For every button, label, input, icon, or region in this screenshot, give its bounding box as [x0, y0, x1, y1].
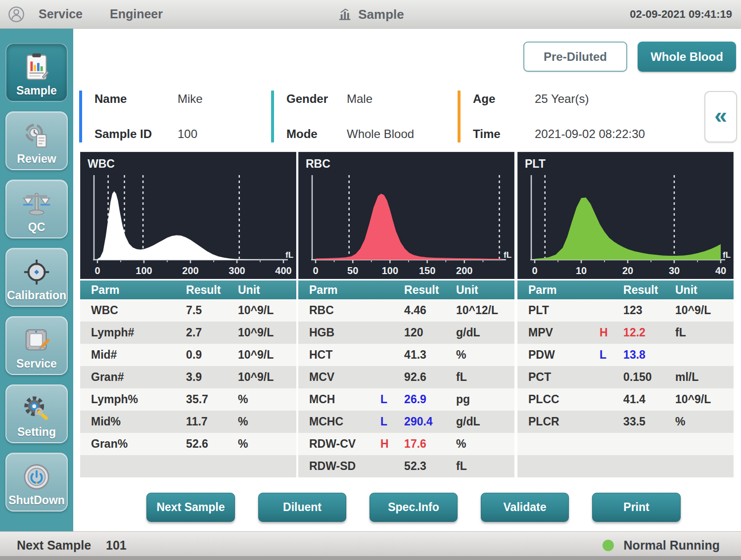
next-sample-value: 101 [106, 538, 127, 553]
age-label: Age [473, 92, 535, 106]
cell-flag: L [380, 415, 404, 428]
run-status: Normal Running [602, 538, 720, 553]
table-row: PLT12310^9/L [517, 299, 734, 322]
cell-parm: MCH [298, 393, 380, 406]
table-row: Lymph#2.710^9/L [80, 322, 296, 344]
cell-parm: WBC [80, 304, 162, 317]
topbar-label-engineer: Engineer [110, 7, 163, 21]
svg-text:0: 0 [94, 265, 100, 276]
validate-button[interactable]: Validate [481, 493, 569, 522]
sidebar-item-sample[interactable]: Sample [5, 43, 68, 102]
topbar-label-service: Service [39, 7, 83, 21]
sidebar-item-shutdown[interactable]: ShutDown [5, 453, 68, 512]
cell-parm: RDW-SD [298, 460, 380, 473]
cell-flag: H [380, 437, 404, 451]
cell-parm: Mid% [80, 415, 162, 428]
history-document-icon [21, 120, 52, 151]
cell-flag: H [600, 326, 623, 339]
next-sample-button[interactable]: Next Sample [146, 493, 235, 522]
svg-text:30: 30 [669, 265, 680, 276]
column-header-parm: Parm [517, 283, 600, 297]
name-value: Mike [178, 92, 203, 106]
column-header-result: Result [186, 283, 238, 297]
whole-blood-button[interactable]: Whole Blood [638, 42, 736, 72]
sidebar-item-calibration[interactable]: Calibration [5, 248, 68, 307]
collapse-panel-button[interactable]: « [704, 91, 737, 142]
cell-unit: g/dL [456, 326, 514, 339]
cell-parm: PDW [517, 348, 600, 362]
cell-unit: 10^12/L [456, 304, 514, 317]
rbc-results-table: Parm Result Unit RBC4.4610^12/LHGB120g/d… [298, 280, 514, 477]
spec-info-button[interactable]: Spec.Info [370, 493, 458, 522]
print-button[interactable]: Print [592, 493, 681, 522]
svg-text:RBC: RBC [306, 157, 330, 170]
table-row: RDW-CVH17.6% [298, 433, 514, 455]
svg-text:200: 200 [456, 265, 472, 276]
cell-result: 35.7 [186, 393, 238, 406]
cell-result: 11.7 [186, 415, 238, 428]
cell-parm: MPV [517, 326, 600, 339]
cell-parm: Lymph% [80, 393, 162, 406]
mode-value: Whole Blood [347, 127, 414, 141]
cell-unit: g/dL [456, 415, 514, 428]
cell-unit: 10^9/L [238, 326, 296, 339]
column-header-parm: Parm [298, 283, 380, 297]
sidebar-item-label: Calibration [7, 289, 66, 302]
sidebar-item-review[interactable]: Review [5, 111, 68, 170]
svg-text:20: 20 [622, 265, 633, 276]
gender-label: Gender [286, 92, 347, 106]
table-row: WBC7.510^9/L [80, 299, 296, 322]
diluent-button[interactable]: Diluent [258, 493, 346, 522]
svg-text:10: 10 [576, 265, 587, 276]
cell-result: 52.3 [404, 460, 456, 473]
clipboard-chart-icon [21, 52, 52, 83]
sidebar-item-setting[interactable]: Setting [5, 384, 68, 443]
cell-parm: Mid# [80, 348, 162, 362]
power-button-icon [21, 462, 52, 492]
sidebar-item-label: Service [16, 357, 57, 371]
cell-parm: RBC [298, 304, 380, 317]
wbc-results-table: Parm Result Unit WBC7.510^9/LLymph#2.710… [80, 280, 296, 477]
svg-text:fL: fL [723, 250, 731, 260]
table-row [517, 433, 734, 455]
patient-info-name-block: NameMike Sample ID100 [79, 91, 203, 142]
svg-text:WBC: WBC [88, 157, 115, 170]
time-label: Time [473, 127, 535, 141]
gender-value: Male [347, 92, 372, 106]
table-row: PCT0.150ml/L [517, 366, 734, 388]
cell-parm: RDW-CV [298, 437, 380, 451]
cell-result: 123 [623, 304, 675, 317]
svg-text:40: 40 [715, 265, 726, 276]
cell-result: 33.5 [623, 415, 675, 428]
column-header-parm: Parm [80, 283, 162, 297]
cell-parm: Lymph# [80, 326, 162, 339]
sidebar-item-label: Setting [17, 425, 56, 439]
table-row: MCHCL290.4g/dL [298, 411, 514, 433]
time-value: 2021-09-02 08:22:30 [535, 127, 645, 141]
column-header-unit: Unit [675, 283, 734, 297]
cell-result: 41.4 [623, 393, 675, 406]
sidebar-nav: Sample Review [0, 29, 73, 531]
sidebar-item-qc[interactable]: QC [5, 180, 68, 238]
table-row [80, 455, 296, 477]
info-accent-bar-orange [458, 91, 461, 142]
sidebar-item-service[interactable]: Service [5, 316, 68, 375]
status-bar: Next Sample 101 Normal Running [0, 531, 741, 560]
cell-result: 13.8 [623, 348, 675, 362]
cell-result: 0.9 [186, 348, 238, 362]
next-sample-label: Next Sample [17, 538, 91, 553]
user-menu[interactable] [8, 6, 25, 23]
hematology-analyzer-screen: Service Engineer Sample 02-09-2021 09:41… [0, 0, 741, 560]
mode-label: Mode [286, 127, 347, 141]
svg-text:400: 400 [275, 265, 291, 276]
cell-parm: PLCC [517, 393, 600, 406]
cell-unit: % [456, 348, 514, 362]
device-screwdriver-icon [21, 325, 52, 356]
system-datetime: 02-09-2021 09:41:19 [630, 8, 732, 21]
pre-diluted-button[interactable]: Pre-Diluted [523, 42, 627, 72]
table-row [517, 455, 734, 477]
page-title-group: Sample [337, 0, 404, 29]
cell-unit: 10^9/L [675, 304, 734, 317]
sidebar-item-label: Review [17, 152, 56, 166]
age-value: 25 Year(s) [535, 92, 589, 106]
